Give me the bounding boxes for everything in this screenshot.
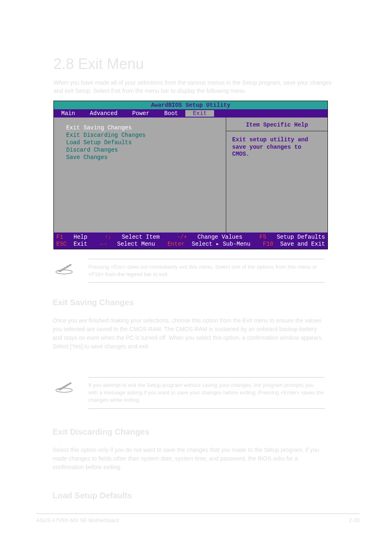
body-text-exit-discarding: Select this option only if you do not wa… — [53, 446, 328, 472]
bios-help-title: Item Specific Help — [226, 117, 327, 131]
svg-point-0 — [56, 270, 72, 274]
note-2-text: If you attempt to exit the Setup program… — [88, 377, 325, 409]
section-heading-exit-saving: Exit Saving Changes — [53, 298, 134, 307]
bios-menu-advanced[interactable]: Advanced — [83, 110, 125, 117]
bios-title: AwardBIOS Setup Utility — [54, 101, 327, 109]
footer-page-number: 2-33 — [349, 517, 360, 523]
bios-footer-row-1: F1 Help ↑↓ Select Item -/+ Change Values… — [56, 234, 325, 241]
body-text-exit-saving: Once you are finished making your select… — [53, 316, 328, 351]
bios-menu-bar: Main Advanced Power Boot Exit — [54, 109, 327, 117]
bios-option-exit-saving[interactable]: Exit Saving Changes — [66, 124, 221, 131]
bios-menu-exit[interactable]: Exit — [185, 110, 214, 117]
page-heading: 2.8 Exit Menu — [53, 55, 144, 73]
bios-option-load-defaults[interactable]: Load Setup Defaults — [66, 139, 221, 146]
bios-setup-screenshot: AwardBIOS Setup Utility Main Advanced Po… — [53, 101, 328, 249]
section-heading-load-defaults: Load Setup Defaults — [53, 491, 132, 500]
bios-body: Exit Saving Changes Exit Discarding Chan… — [54, 117, 327, 233]
bios-footer-legend: F1 Help ↑↓ Select Item -/+ Change Values… — [54, 233, 327, 249]
page-intro-text: When you have made all of your selection… — [53, 79, 333, 95]
bios-help-panel: Item Specific Help Exit setup utility an… — [226, 117, 327, 233]
bios-footer-row-2: ESC Exit ←→ Select Menu Enter Select ▸ S… — [56, 241, 325, 248]
bios-menu-boot[interactable]: Boot — [157, 110, 186, 117]
svg-point-1 — [56, 388, 72, 392]
section-heading-exit-discarding: Exit Discarding Changes — [53, 427, 150, 437]
note-1-text: Pressing <Esc> does not immediately exit… — [88, 259, 325, 283]
bios-help-text: Exit setup utility and save your changes… — [226, 131, 327, 163]
page-footer: ASUS A7V8X-MX SE Motherboard 2-33 — [36, 514, 360, 523]
bios-menu-power[interactable]: Power — [125, 110, 157, 117]
note-pen-icon — [55, 380, 75, 393]
bios-options-panel: Exit Saving Changes Exit Discarding Chan… — [54, 117, 226, 233]
bios-option-discard-changes[interactable]: Discard Changes — [66, 146, 221, 154]
note-pen-icon — [55, 262, 75, 274]
footer-left: ASUS A7V8X-MX SE Motherboard — [36, 517, 119, 523]
bios-option-exit-discarding[interactable]: Exit Discarding Changes — [66, 131, 221, 139]
bios-menu-main[interactable]: Main — [54, 110, 83, 117]
bios-option-save-changes[interactable]: Save Changes — [66, 154, 221, 161]
